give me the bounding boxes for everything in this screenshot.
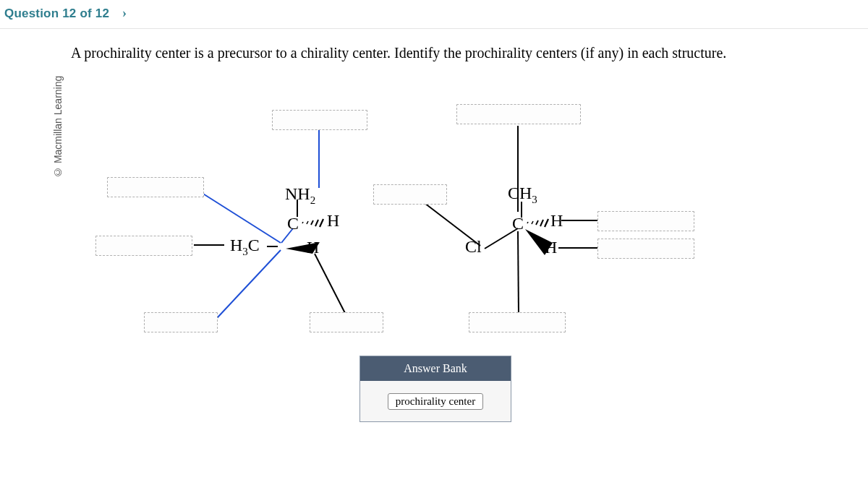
label-c-upper-right: C	[512, 214, 524, 233]
hash-wedge-right-upper	[527, 219, 548, 227]
question-prompt: A prochirality center is a precursor to …	[71, 45, 726, 61]
dropzone-right-bottom[interactable]	[469, 312, 566, 332]
svg-line-21	[536, 220, 538, 225]
dropzone-right-top[interactable]	[456, 104, 581, 124]
svg-line-22	[540, 220, 543, 226]
label-nh2: NH2	[285, 184, 315, 207]
label-ch3: CH3	[508, 184, 537, 206]
dropzone-right-upperleft[interactable]	[373, 184, 447, 205]
dropzone-left-midleft[interactable]	[95, 236, 192, 256]
svg-line-3	[307, 221, 308, 224]
next-question-icon[interactable]: ›	[122, 6, 127, 21]
label-h3c: H3C	[230, 236, 260, 258]
question-number: Question 12 of 12	[4, 7, 109, 21]
svg-line-23	[545, 219, 548, 227]
dropzone-right-lower-right[interactable]	[597, 239, 694, 259]
dropzone-right-upper-right[interactable]	[597, 211, 694, 231]
svg-line-2	[302, 222, 303, 223]
structure-diagram	[0, 29, 868, 496]
answer-chip-prochirality[interactable]: prochirality center	[388, 393, 483, 410]
answer-bank-title: Answer Bank	[360, 356, 511, 381]
label-hash-h-left: H	[327, 211, 339, 231]
question-header: Question 12 of 12 ›	[0, 0, 868, 29]
svg-line-14	[320, 253, 346, 318]
svg-line-6	[320, 219, 323, 227]
label-hash-h-right: H	[550, 211, 563, 231]
hash-wedge-left-upper	[302, 219, 323, 227]
svg-line-12	[217, 250, 281, 318]
dropzone-left-upperleft[interactable]	[107, 177, 204, 197]
svg-line-5	[315, 220, 318, 226]
copyright-label: © Macmillan Learning	[52, 33, 67, 178]
label-wedge-h-left: H	[307, 238, 319, 257]
question-body: © Macmillan Learning A prochirality cent…	[0, 29, 868, 496]
answer-bank: Answer Bank prochirality center	[359, 356, 511, 422]
label-c-upper-left: C	[287, 214, 299, 233]
svg-line-15	[315, 254, 347, 317]
svg-line-20	[532, 221, 533, 224]
dropzone-left-lowerright[interactable]	[310, 312, 383, 332]
label-wedge-h-right: H	[545, 238, 557, 257]
label-cl: Cl	[465, 237, 482, 257]
svg-line-4	[311, 220, 313, 225]
dropzone-left-top[interactable]	[272, 110, 367, 130]
answer-bank-body: prochirality center	[360, 381, 511, 421]
dropzone-left-lowerleft[interactable]	[144, 312, 218, 332]
svg-line-19	[527, 222, 528, 223]
svg-line-28	[518, 231, 519, 315]
